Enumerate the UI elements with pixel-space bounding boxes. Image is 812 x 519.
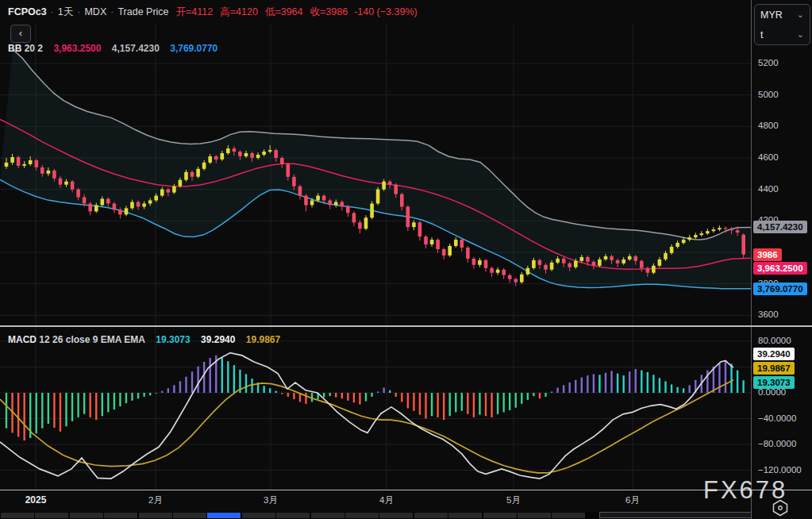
scrubber-cell[interactable] [35, 513, 68, 518]
scrubber-cell[interactable] [311, 513, 344, 518]
bb-upper-value: 4,157.4230 [112, 43, 160, 54]
price-tick: 5200 [758, 58, 779, 67]
interval-label[interactable]: 1天 [58, 6, 73, 17]
scrubber-cell[interactable] [242, 513, 275, 518]
bb-title: BB [8, 43, 21, 54]
scrubber-cell[interactable] [448, 513, 482, 518]
unit-value: t [760, 29, 763, 40]
scrubber-cell[interactable] [173, 513, 206, 518]
back-button[interactable]: ‹ [10, 25, 31, 43]
scrubber-cell[interactable] [518, 513, 551, 518]
scrubber-cell[interactable] [276, 513, 310, 518]
candle [190, 172, 194, 177]
currency-dropdown[interactable]: MYR ⌄ [755, 5, 810, 25]
low-label: 低= [265, 6, 281, 17]
candle [394, 185, 398, 194]
macd-tick: −120.0000 [758, 465, 802, 475]
scrubber-cell[interactable] [104, 513, 137, 518]
time-axis-label: 6月 [625, 494, 640, 506]
scrubber-cell[interactable] [552, 513, 585, 518]
macd-tick: −40.0000 [758, 413, 796, 423]
unit-dropdown[interactable]: t ⌄ [755, 25, 810, 44]
timeline-scrubber[interactable] [0, 512, 812, 519]
candle [10, 157, 14, 163]
price-tick: 4800 [758, 121, 779, 130]
candle [736, 230, 740, 233]
symbol-header[interactable]: FCPOc3·1天·MDX·Trade Price开=4112高=4120低=3… [8, 6, 418, 19]
candle [562, 259, 566, 263]
candle [658, 260, 662, 266]
scrubber-cell[interactable] [139, 513, 172, 518]
candle [5, 163, 9, 167]
candle [382, 182, 386, 190]
candle [741, 235, 745, 255]
candle [675, 243, 679, 247]
candle [640, 261, 644, 268]
bb-basis-value: 3,963.2500 [53, 43, 101, 54]
candle [568, 263, 571, 267]
symbol-name[interactable]: FCPOc3 [8, 6, 47, 17]
macd-indicator-legend[interactable]: MACD 12 26 close 9 EMA EMA 19.3073 39.29… [8, 334, 280, 345]
scrubber-cell[interactable] [70, 513, 103, 518]
macd-signal-value: 19.9867 [246, 334, 280, 345]
bb-indicator-legend[interactable]: BB 20 2 3,963.2500 4,157.4230 3,769.0770 [8, 43, 217, 54]
candle [64, 182, 68, 185]
time-axis-border [0, 490, 812, 490]
candle [508, 275, 512, 279]
candle [412, 222, 416, 227]
candle [202, 163, 206, 169]
candle [466, 248, 470, 259]
scrubber-cell[interactable] [1, 513, 34, 518]
candle [532, 260, 536, 268]
candle [148, 201, 152, 204]
candle [22, 164, 26, 166]
chart-canvas[interactable] [0, 0, 751, 519]
candle [221, 153, 225, 160]
scrubber-cell[interactable] [345, 513, 379, 518]
separator: · [77, 6, 80, 17]
time-axis[interactable]: 20252月3月4月5月6月 [0, 490, 812, 511]
last-price-badge: 3986 [753, 248, 782, 261]
scrubber-cell[interactable] [483, 513, 517, 518]
candle [59, 179, 63, 185]
candle [29, 160, 33, 164]
candle [35, 160, 39, 167]
candle [682, 240, 686, 243]
close-value: 3986 [325, 6, 348, 17]
candle [574, 261, 578, 267]
candle [167, 190, 171, 193]
candle [52, 171, 56, 179]
pane-divider[interactable] [0, 325, 812, 327]
candle [250, 153, 254, 158]
candle [430, 240, 434, 244]
candle [687, 237, 691, 240]
macd-params: 12 26 close 9 EMA EMA [39, 334, 145, 345]
candle [94, 206, 98, 212]
candle [376, 190, 380, 204]
candle [316, 196, 320, 201]
macd-hist-badge: 19.3073 [753, 376, 795, 389]
candle [664, 253, 668, 260]
candle [610, 256, 614, 260]
candle [538, 260, 542, 265]
candle [179, 180, 183, 186]
high-value: 4120 [236, 6, 258, 17]
candle [40, 167, 44, 174]
candle [490, 268, 494, 273]
macd-tick: −80.0000 [758, 439, 796, 448]
candle [706, 231, 710, 233]
time-axis-label: 4月 [379, 494, 394, 506]
high-label: 高= [220, 6, 236, 17]
candle [310, 201, 314, 206]
candle [424, 236, 428, 244]
scrubber-cell[interactable] [414, 513, 448, 518]
scrubber-viewport-region[interactable] [599, 512, 756, 518]
scrubber-active-cell[interactable] [207, 513, 241, 518]
candle [208, 156, 212, 163]
candle [256, 155, 260, 158]
candle [184, 172, 188, 180]
price-axis[interactable]: MYR ⌄ t ⌄ 520050004800460044004200400038… [751, 0, 812, 519]
candle [484, 260, 488, 268]
scrubber-cell[interactable] [379, 513, 413, 518]
candle [358, 222, 362, 229]
